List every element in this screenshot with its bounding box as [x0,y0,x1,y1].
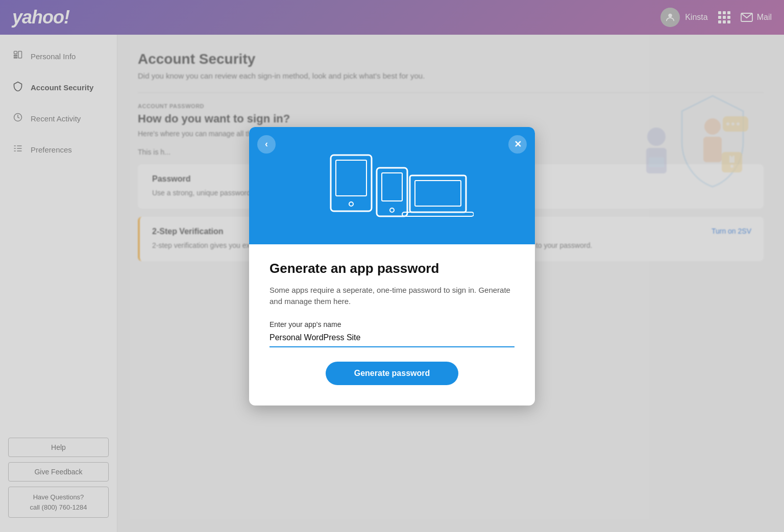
close-icon: ✕ [514,139,522,150]
svg-point-26 [349,202,353,206]
modal-back-button[interactable]: ‹ [257,135,276,154]
back-chevron-icon: ‹ [265,139,268,149]
app-password-modal: ‹ ✕ Generate an app p [249,127,535,406]
modal-close-button[interactable]: ✕ [508,135,527,154]
app-name-input[interactable] [270,329,514,347]
devices-illustration [310,140,474,232]
modal-title: Generate an app password [270,261,514,276]
svg-rect-28 [382,173,402,201]
modal-overlay: ‹ ✕ Generate an app p [0,0,784,532]
modal-body: Generate an app password Some apps requi… [249,244,535,406]
generate-password-button[interactable]: Generate password [326,362,458,385]
svg-rect-24 [331,155,372,211]
svg-rect-31 [415,181,461,206]
modal-header: ‹ ✕ [249,127,535,244]
svg-point-29 [390,208,394,212]
modal-description: Some apps require a seperate, one-time p… [270,285,514,308]
svg-rect-25 [336,160,366,196]
app-name-label: Enter your app's name [270,320,341,328]
